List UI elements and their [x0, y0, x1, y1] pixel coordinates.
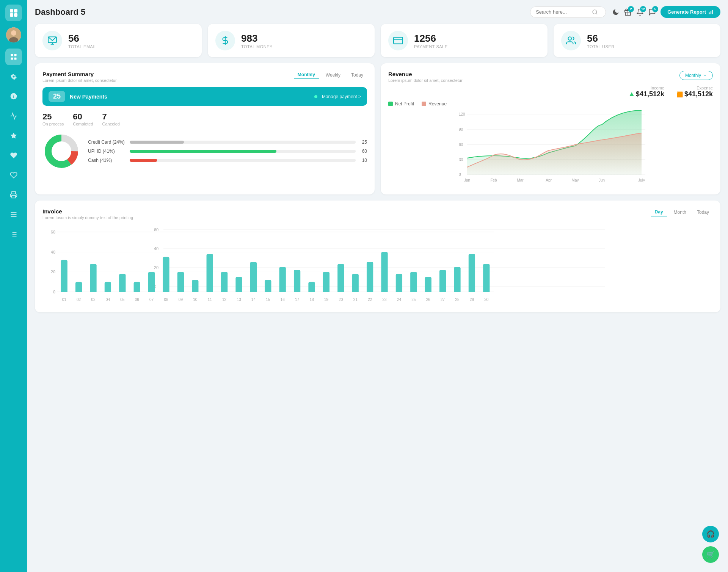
payment-icon: [388, 31, 408, 50]
chat-badge: 5: [652, 6, 658, 12]
chevron-down-icon: [703, 73, 707, 78]
stat-card-payment: 1256 PAYMENT SALE: [381, 24, 548, 57]
sidebar: i: [0, 0, 27, 572]
tab-monthly[interactable]: Monthly: [294, 71, 319, 79]
invoice-subtitle: Lorem Ipsum is simply dummy text of the …: [42, 215, 133, 220]
invoice-tab-group: Day Month Today: [651, 208, 713, 216]
income-icon: [629, 92, 634, 97]
stats-row: 56 TOTAL EMAIL 983 TOTAL MONEY 1256 PAYM…: [35, 24, 720, 57]
manage-payment-link[interactable]: Manage payment >: [322, 94, 361, 99]
bell-badge: 12: [640, 6, 646, 12]
payment-summary-title: Payment Summary: [42, 71, 117, 77]
svg-rect-9: [11, 58, 13, 60]
stat-label-user: TOTAL USER: [587, 44, 615, 49]
progress-bar-bg-cash: [130, 159, 356, 162]
sidebar-item-info[interactable]: i: [5, 88, 22, 105]
sidebar-logo[interactable]: [5, 5, 22, 21]
revenue-title: Revenue: [388, 71, 463, 77]
sidebar-item-heart2[interactable]: [5, 167, 22, 183]
revenue-card: Revenue Lorem ipsum dolor sit amet, cons…: [381, 63, 720, 194]
invoice-tab-today[interactable]: Today: [693, 208, 713, 216]
float-buttons: 🎧 🛒: [702, 526, 719, 563]
invoice-canvas: [42, 227, 497, 303]
progress-section: Credit Card (24%) 25 UPI ID (41%) 60: [88, 139, 367, 163]
gift-icon-btn[interactable]: 2: [624, 8, 632, 16]
stat-canceled: 7 Canceled: [102, 112, 119, 126]
sidebar-item-list[interactable]: [5, 226, 22, 243]
new-payments-dot: [314, 95, 317, 98]
gift-badge: 2: [628, 6, 634, 12]
revenue-dropdown[interactable]: Monthly: [679, 71, 713, 80]
svg-rect-33: [394, 37, 403, 44]
revenue-chart: 120 90 60 30 0: [388, 110, 713, 185]
svg-text:30: 30: [459, 158, 463, 162]
sidebar-item-heart1[interactable]: [5, 147, 22, 164]
sidebar-item-print[interactable]: [5, 186, 22, 203]
legend-dot-profit: [388, 102, 393, 106]
new-payments-count: 25: [49, 91, 65, 102]
cart-float-btn[interactable]: 🛒: [702, 546, 719, 563]
progress-row-credit: Credit Card (24%) 25: [88, 139, 367, 145]
progress-bar-bg-upi: [130, 150, 356, 153]
svg-point-40: [52, 142, 71, 160]
tab-today[interactable]: Today: [347, 71, 367, 79]
svg-text:Apr: Apr: [546, 178, 552, 182]
svg-rect-14: [12, 196, 16, 198]
sidebar-item-settings[interactable]: [5, 68, 22, 85]
new-payments-bar: 25 New Payments Manage payment >: [42, 87, 367, 106]
payment-summary-title-group: Payment Summary Lorem ipsum dolor sit am…: [42, 71, 117, 83]
stat-label-payment: PAYMENT SALE: [414, 44, 448, 49]
tab-weekly[interactable]: Weekly: [322, 71, 344, 79]
bell-icon-btn[interactable]: 12: [636, 8, 644, 16]
income-label: Income: [651, 86, 664, 90]
invoice-tab-day[interactable]: Day: [651, 208, 667, 216]
svg-text:i: i: [13, 94, 14, 99]
svg-rect-8: [14, 54, 17, 56]
email-icon: [42, 31, 62, 50]
header: Dashboard 5 2 12 5 Generate Report: [35, 6, 720, 18]
svg-rect-1: [14, 9, 17, 13]
progress-label-cash: Cash (41%): [88, 158, 126, 163]
dark-mode-btn[interactable]: [612, 8, 620, 16]
svg-line-25: [596, 13, 597, 14]
search-bar[interactable]: [530, 6, 606, 18]
stat-info-payment: 1256 PAYMENT SALE: [414, 33, 448, 49]
payment-tab-group: Monthly Weekly Today: [294, 71, 367, 79]
svg-text:Jan: Jan: [464, 178, 470, 182]
income-item-expense: Expense 🟧 $41,512k: [676, 86, 713, 98]
svg-rect-28: [712, 10, 713, 14]
donut-chart: [42, 132, 80, 170]
payment-summary-subtitle: Lorem ipsum dolor sit amet, consectetur: [42, 78, 117, 83]
svg-text:July: July: [638, 178, 645, 182]
chat-icon-btn[interactable]: 5: [648, 8, 656, 16]
stat-on-process: 25 On process: [42, 112, 64, 126]
sidebar-item-star[interactable]: [5, 127, 22, 144]
stat-number-email: 56: [68, 33, 97, 44]
search-icon: [592, 9, 598, 15]
main-content: Dashboard 5 2 12 5 Generate Report: [27, 0, 728, 572]
progress-row-upi: UPI ID (41%) 60: [88, 149, 367, 154]
legend-net-profit: Net Profit: [388, 101, 414, 107]
payment-summary-header: Payment Summary Lorem ipsum dolor sit am…: [42, 71, 367, 83]
progress-value-upi: 60: [359, 149, 367, 154]
sidebar-item-analytics[interactable]: [5, 108, 22, 124]
avatar[interactable]: [6, 27, 21, 42]
sidebar-item-menu[interactable]: [5, 206, 22, 223]
new-payments-label: New Payments: [70, 94, 308, 100]
expense-label: Expense: [697, 86, 713, 90]
income-item-income: Income $41,512k: [629, 86, 664, 98]
invoice-tab-month[interactable]: Month: [670, 208, 690, 216]
support-float-btn[interactable]: 🎧: [702, 526, 719, 542]
stat-info-user: 56 TOTAL USER: [587, 33, 615, 49]
generate-report-button[interactable]: Generate Report: [661, 6, 720, 18]
invoice-card: Invoice Lorem Ipsum is simply dummy text…: [35, 201, 720, 312]
stat-number-money: 983: [241, 33, 273, 44]
svg-rect-30: [709, 12, 709, 14]
expense-value: 🟧 $41,512k: [676, 90, 713, 98]
progress-row-cash: Cash (41%) 10: [88, 158, 367, 163]
svg-marker-13: [11, 133, 17, 139]
stat-number-user: 56: [587, 33, 615, 44]
stat-card-user: 56 TOTAL USER: [554, 24, 720, 57]
sidebar-item-dashboard[interactable]: [5, 49, 22, 65]
search-input[interactable]: [536, 9, 589, 15]
